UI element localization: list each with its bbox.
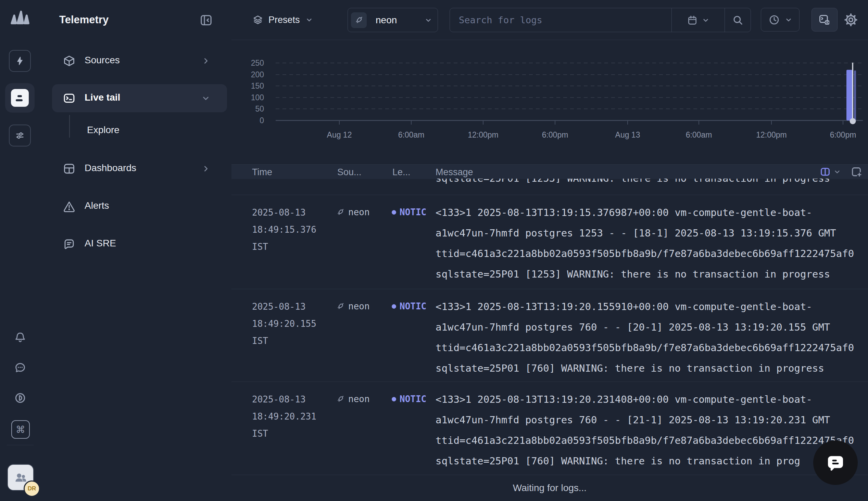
log-level-label: NOTIC xyxy=(400,301,426,311)
feedback-chat-button[interactable] xyxy=(13,361,27,374)
svg-text:Aug 13: Aug 13 xyxy=(615,130,640,139)
sidebar-item-label: Dashboards xyxy=(85,162,136,173)
keyboard-shortcuts-button[interactable]: ⌘ xyxy=(11,420,30,439)
log-source: neon xyxy=(336,394,370,404)
cube-icon xyxy=(63,55,75,67)
level-dot-icon xyxy=(392,397,396,402)
selected-source-label: neon xyxy=(375,15,397,26)
user-initials-badge[interactable]: DR xyxy=(24,480,40,497)
notifications-bell-button[interactable] xyxy=(13,331,27,344)
column-header-source[interactable]: Sou... xyxy=(337,167,362,178)
search-icon xyxy=(732,14,744,26)
presets-label: Presets xyxy=(268,15,300,25)
panel-collapse-icon xyxy=(199,13,213,27)
people-icon xyxy=(14,470,28,484)
column-header-level[interactable]: Le... xyxy=(392,167,411,178)
query-console-button[interactable] xyxy=(812,8,837,31)
presets-dropdown[interactable]: Presets xyxy=(253,9,313,31)
svg-text:12:00pm: 12:00pm xyxy=(468,130,499,139)
svg-text:100: 100 xyxy=(251,93,264,102)
log-source: neon xyxy=(336,301,370,311)
rail-settings-button[interactable] xyxy=(9,125,31,147)
svg-text:50: 50 xyxy=(255,104,264,113)
log-source-name: neon xyxy=(348,207,370,217)
column-layout-button[interactable] xyxy=(820,166,831,177)
time-cursor-handle[interactable] xyxy=(850,118,856,124)
svg-text:0: 0 xyxy=(260,116,264,125)
time-range-button[interactable] xyxy=(761,8,800,31)
svg-text:6:00am: 6:00am xyxy=(686,130,712,139)
search-submit-button[interactable] xyxy=(725,8,751,32)
log-message-clipped: sqlstate=25P01 [1253] WARNING: there is … xyxy=(435,179,830,184)
level-dot-icon xyxy=(392,210,396,215)
sidebar-item-ai-sre[interactable]: AI SRE xyxy=(40,233,232,255)
log-level-label: NOTIC xyxy=(400,207,426,217)
log-row[interactable]: 2025-08-1318:49:20.155IST neon NOTIC <13… xyxy=(232,289,868,382)
search-input[interactable] xyxy=(450,8,671,32)
sidebar-item-label: Alerts xyxy=(85,200,109,211)
log-source-name: neon xyxy=(348,394,370,404)
log-level-label: NOTIC xyxy=(400,394,426,404)
message-square-icon xyxy=(63,238,75,250)
svg-text:Aug 12: Aug 12 xyxy=(327,130,352,139)
alert-triangle-icon xyxy=(63,200,75,213)
plug-icon xyxy=(336,208,345,217)
level-dot-icon xyxy=(392,304,396,309)
svg-text:6:00pm: 6:00pm xyxy=(830,130,856,139)
command-icon: ⌘ xyxy=(16,424,25,435)
y-axis-labels: 250 200 150 100 50 0 xyxy=(251,58,264,125)
columns-icon xyxy=(820,166,831,177)
x-axis-labels: Aug 12 6:00am 12:00pm 6:00pm Aug 13 6:00… xyxy=(327,130,856,139)
date-filter-button[interactable] xyxy=(672,8,724,32)
sidebar-item-dashboards[interactable]: Dashboards xyxy=(40,158,232,180)
log-level: NOTIC xyxy=(392,301,426,311)
log-volume-bar[interactable] xyxy=(846,70,852,120)
log-message: <133>1 2025-08-13T13:19:15.376987+00:00 … xyxy=(435,202,868,284)
log-volume-bar-secondary[interactable] xyxy=(854,71,856,120)
layers-icon xyxy=(253,15,263,25)
collapse-sidebar-button[interactable] xyxy=(199,13,213,27)
theme-contrast-button[interactable] xyxy=(13,391,27,405)
add-column-button[interactable] xyxy=(850,166,862,178)
chevron-down-icon xyxy=(702,17,709,24)
rail-divider xyxy=(7,445,33,445)
svg-text:6:00pm: 6:00pm xyxy=(542,130,568,139)
plug-icon xyxy=(336,395,345,404)
sliders-icon xyxy=(15,130,25,141)
chevron-down-icon xyxy=(201,94,210,103)
logs-icon xyxy=(11,89,29,107)
svg-text:150: 150 xyxy=(251,82,264,90)
source-select-dropdown[interactable]: neon xyxy=(348,8,438,32)
sidebar-item-live-tail[interactable]: Live tail xyxy=(52,84,227,112)
brand-logo[interactable] xyxy=(9,9,31,30)
log-timestamp: 2025-08-1318:49:15.376IST xyxy=(252,204,316,255)
log-source-name: neon xyxy=(348,301,370,311)
sidebar-item-sources[interactable]: Sources xyxy=(40,50,232,72)
log-row[interactable]: 2025-08-1318:49:20.231IST neon NOTIC <13… xyxy=(232,382,868,475)
lightning-icon xyxy=(15,56,25,66)
sidebar-item-explore[interactable]: Explore xyxy=(40,120,232,142)
log-level: NOTIC xyxy=(392,394,426,404)
support-chat-fab[interactable] xyxy=(813,440,858,485)
axis-ticks xyxy=(339,120,843,125)
chat-bubble-icon xyxy=(825,452,846,473)
column-header-message[interactable]: Message xyxy=(435,167,473,178)
rail-quickstart-button[interactable] xyxy=(9,50,31,72)
page-title: Telemetry xyxy=(59,14,108,26)
rail-logs-button[interactable] xyxy=(5,83,34,113)
bell-icon xyxy=(14,331,27,344)
column-header-time[interactable]: Time xyxy=(252,167,272,178)
chevron-down-icon xyxy=(425,17,432,24)
log-timestamp: 2025-08-1318:49:20.231IST xyxy=(252,391,316,442)
logs-volume-chart: 250 200 150 100 50 0 Aug 12 6:00am 12:00… xyxy=(232,40,868,151)
plug-icon xyxy=(354,15,364,25)
chart-canvas: 250 200 150 100 50 0 Aug 12 6:00am 12:00… xyxy=(232,40,868,151)
chevron-down-icon[interactable] xyxy=(834,168,841,175)
sidebar-item-alerts[interactable]: Alerts xyxy=(40,195,232,217)
settings-button[interactable] xyxy=(844,13,858,27)
time-cursor-line[interactable] xyxy=(852,63,854,121)
log-row-partial[interactable]: sqlstate=25P01 [1253] WARNING: there is … xyxy=(232,179,868,195)
sidebar-item-label: AI SRE xyxy=(85,238,116,249)
calendar-icon xyxy=(687,15,698,26)
log-row[interactable]: 2025-08-1318:49:15.376IST neon NOTIC <13… xyxy=(232,195,868,289)
